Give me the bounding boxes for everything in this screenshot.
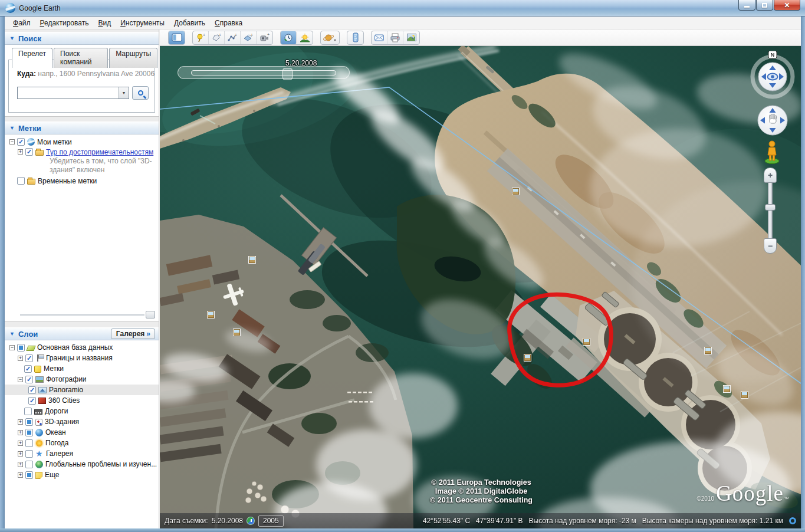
tree-row-temporary-places[interactable]: Временные метки: [5, 176, 159, 186]
weather-checkbox[interactable]: [25, 439, 33, 447]
borders-checkbox[interactable]: [25, 354, 33, 362]
layer-row-borders[interactable]: Границы и названия: [5, 353, 159, 363]
zoom-in-button[interactable]: [764, 168, 777, 183]
search-panel-header[interactable]: Поиск: [5, 32, 159, 45]
panoramio-placemark[interactable]: [249, 257, 255, 263]
collapse-expander[interactable]: [9, 345, 15, 350]
search-button[interactable]: [132, 86, 149, 100]
expand-expander[interactable]: [18, 356, 23, 361]
panoramio-placemark[interactable]: [524, 354, 531, 361]
expand-expander[interactable]: [18, 451, 23, 457]
temporary-places-checkbox[interactable]: [17, 177, 25, 185]
layer-row-more[interactable]: Еще: [5, 469, 159, 480]
expand-expander[interactable]: [18, 419, 23, 425]
planet-switch-button[interactable]: [321, 31, 339, 44]
expand-expander[interactable]: [18, 441, 23, 446]
layer-row-360cities[interactable]: 360 Cities: [5, 395, 159, 406]
cities360-checkbox[interactable]: [28, 397, 36, 405]
gallery-button[interactable]: Галерея »: [111, 329, 155, 339]
maximize-button[interactable]: [756, 0, 773, 11]
zoom-out-button[interactable]: [764, 238, 777, 254]
tab-fly-to[interactable]: Перелет: [12, 48, 52, 68]
layer-row-primary-database[interactable]: Основная база данных: [5, 342, 159, 353]
layer-label[interactable]: Океан: [45, 428, 66, 436]
my-places-label[interactable]: Мои метки: [37, 138, 72, 146]
layer-label[interactable]: Дороги: [45, 407, 68, 415]
layer-label[interactable]: 3D-здания: [45, 418, 79, 426]
layer-row-panoramio[interactable]: Panoramio: [5, 385, 159, 395]
panoramio-placemark[interactable]: [583, 339, 590, 345]
layer-row-roads[interactable]: Дороги: [5, 406, 159, 416]
panoramio-placemark[interactable]: [741, 392, 748, 398]
menu-help[interactable]: Справка: [210, 17, 247, 29]
tree-row-sightseeing-tour[interactable]: Тур по достопримечательностям: [5, 147, 159, 157]
layer-label[interactable]: Галерея: [46, 449, 73, 458]
primary-database-checkbox[interactable]: [17, 344, 25, 352]
ruler-button[interactable]: [347, 31, 363, 44]
search-input[interactable]: [18, 87, 119, 98]
menu-view[interactable]: Вид: [93, 17, 116, 29]
zoom-control[interactable]: [764, 168, 777, 254]
combo-dropdown-button[interactable]: [119, 87, 129, 98]
collapse-expander[interactable]: [9, 139, 15, 145]
imagery-year-badge[interactable]: 2005: [258, 515, 284, 527]
menu-add[interactable]: Добавить: [169, 17, 210, 29]
layer-row-3d-buildings[interactable]: 3D-здания: [5, 416, 159, 427]
layer-label[interactable]: 360 Cities: [48, 396, 80, 405]
ocean-checkbox[interactable]: [25, 429, 33, 436]
sightseeing-checkbox[interactable]: [25, 148, 33, 156]
scrollbar-track[interactable]: [20, 314, 144, 316]
expand-expander[interactable]: [18, 472, 23, 478]
panoramio-placemark[interactable]: [512, 188, 519, 195]
layer-row-photos[interactable]: Фотографии: [5, 374, 159, 385]
time-slider-handle[interactable]: [282, 68, 293, 80]
add-path-button[interactable]: +: [225, 31, 241, 44]
sightseeing-link[interactable]: Тур по достопримечательностям: [46, 148, 153, 156]
panoramio-placemark[interactable]: [705, 347, 711, 354]
placemarks-panel-header[interactable]: Метки: [5, 121, 159, 134]
my-places-checkbox[interactable]: [17, 138, 25, 146]
layer-label[interactable]: Погода: [45, 439, 69, 447]
buildings3d-checkbox[interactable]: [25, 418, 33, 426]
panoramio-placemark[interactable]: [724, 386, 730, 392]
time-slider[interactable]: 5.20.2008: [178, 66, 350, 79]
add-placemark-button[interactable]: +: [193, 31, 209, 44]
layer-row-global-awareness[interactable]: Глобальные проблемы и изучен...: [5, 459, 159, 469]
historical-clock-icon[interactable]: [247, 517, 255, 525]
save-image-button[interactable]: [403, 31, 419, 44]
menu-tools[interactable]: Инструменты: [116, 17, 169, 29]
layer-row-gallery[interactable]: Галерея: [5, 448, 159, 459]
global-awareness-checkbox[interactable]: [25, 461, 33, 468]
photos-checkbox[interactable]: [25, 376, 33, 383]
zoom-handle[interactable]: [765, 204, 776, 211]
tree-row-my-places[interactable]: Мои метки: [5, 137, 159, 147]
minimize-button[interactable]: [738, 0, 755, 11]
expand-expander[interactable]: [18, 462, 23, 467]
satellite-map[interactable]: 5.20.2008 N: [160, 46, 801, 528]
layer-label[interactable]: Метки: [44, 364, 64, 373]
expand-expander[interactable]: [18, 430, 23, 435]
roads-checkbox[interactable]: [24, 408, 32, 415]
layer-label[interactable]: Panoramio: [49, 386, 83, 394]
gallery-checkbox[interactable]: [25, 450, 33, 458]
time-slider-track[interactable]: [191, 70, 336, 75]
email-button[interactable]: [372, 31, 387, 44]
pegman[interactable]: [763, 139, 781, 164]
placemarks-layer-checkbox[interactable]: [24, 365, 32, 373]
menu-file[interactable]: Файл: [8, 17, 35, 29]
layer-label[interactable]: Границы и названия: [46, 354, 113, 362]
more-checkbox[interactable]: [25, 471, 33, 479]
sunlight-button[interactable]: [297, 31, 313, 44]
temporary-places-label[interactable]: Временные метки: [38, 177, 97, 185]
look-joystick[interactable]: N: [748, 51, 797, 100]
layer-label[interactable]: Фотографии: [46, 375, 87, 383]
zoom-track[interactable]: [768, 175, 773, 247]
panoramio-placemark[interactable]: [234, 329, 240, 336]
add-polygon-button[interactable]: +: [209, 31, 225, 44]
panoramio-placemark[interactable]: [208, 311, 214, 318]
layer-row-ocean[interactable]: Океан: [5, 427, 159, 438]
layer-label[interactable]: Основная база данных: [37, 343, 113, 352]
layers-panel-header[interactable]: Слои Галерея »: [5, 327, 159, 340]
tab-find-businesses[interactable]: Поиск компаний: [54, 48, 108, 68]
move-joystick[interactable]: [756, 104, 789, 137]
